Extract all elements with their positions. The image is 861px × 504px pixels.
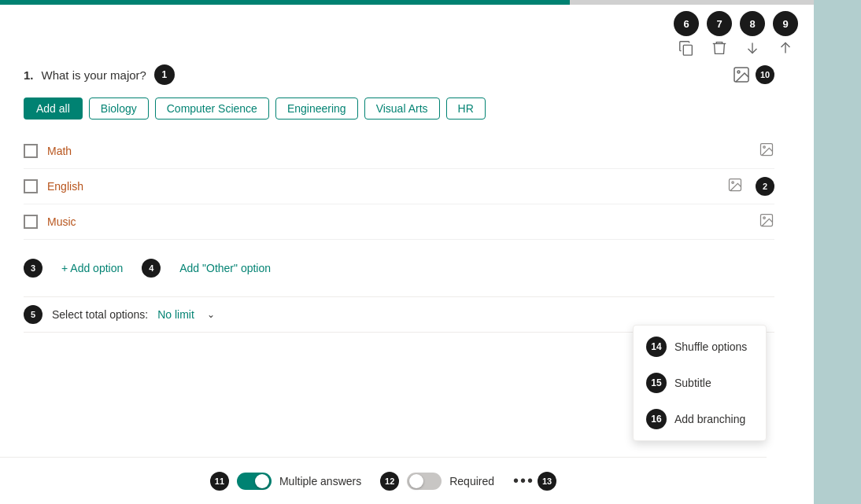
badge-2: 2 [756,177,774,196]
main-content: 6 7 8 [0,0,814,504]
category-biology[interactable]: Biology [89,97,149,120]
option-checkbox-music[interactable] [24,215,38,229]
category-row: Add all Biology Computer Science Enginee… [24,97,774,120]
add-option-button[interactable]: + Add option [61,262,123,274]
svg-point-4 [737,71,740,73]
multiple-answers-label: Multiple answers [279,475,361,487]
option-row-math: Math [24,134,774,169]
badge-3: 3 [24,259,42,278]
options-list: Math English 2 Music [24,134,774,240]
question-text: What is your major? [42,68,146,82]
select-total-label: Select total options: [52,308,148,321]
select-total-value: No limit [157,308,194,321]
multiple-answers-group: 11 Multiple answers [210,472,361,491]
badge-8: 8 [740,11,765,36]
add-other-option-button[interactable]: Add "Other" option [179,262,271,274]
copy-button[interactable] [678,39,695,57]
multiple-answers-toggle[interactable] [237,473,272,490]
more-options-button[interactable]: ••• [513,472,534,490]
tool-delete: 7 [707,11,732,57]
chevron-down-icon[interactable]: ⌄ [207,309,215,320]
option-image-math[interactable] [759,142,774,160]
badge-7: 7 [707,11,732,36]
badge-9: 9 [773,11,798,36]
category-visual-arts[interactable]: Visual Arts [364,97,440,120]
category-engineering[interactable]: Engineering [275,97,358,120]
move-down-button[interactable] [744,39,761,57]
required-toggle[interactable] [407,473,442,490]
badge-10: 10 [756,65,774,84]
option-checkbox-math[interactable] [24,144,38,158]
badge-11: 11 [210,472,229,491]
badge-1: 1 [154,64,175,85]
toolbar-area: 6 7 8 [0,5,814,57]
option-image-music[interactable] [759,212,774,231]
question-header: 1. What is your major? 1 10 [24,64,774,85]
popup-menu: 14 Shuffle options 15 Subtitle 16 Add br… [633,325,767,441]
question-number: 1. [24,68,34,82]
option-row-music: Music [24,204,774,240]
option-label-math: Math [47,145,749,157]
shuffle-options-label: Shuffle options [674,340,747,353]
option-image-english[interactable] [727,177,743,196]
category-computer-science[interactable]: Computer Science [155,97,269,120]
image-icon [732,65,751,84]
subtitle-label: Subtitle [674,377,711,389]
tool-move-up: 9 [773,11,798,57]
add-option-row: 3 + Add option 4 Add "Other" option [24,252,774,284]
svg-rect-0 [683,45,692,55]
option-label-english: English [47,180,718,193]
badge-4: 4 [142,259,161,278]
category-hr[interactable]: HR [446,97,486,120]
move-up-button[interactable] [777,39,794,57]
question-section: 1. What is your major? 1 10 Add all Biol… [0,57,814,340]
add-all-button[interactable]: Add all [24,97,83,120]
badge-12: 12 [380,472,399,491]
option-row-english: English 2 [24,169,774,204]
badge-14: 14 [646,337,667,357]
question-title-row: 1. What is your major? 1 [24,64,175,85]
tool-copy: 6 [674,11,699,57]
badge-13: 13 [538,472,556,491]
svg-point-8 [732,182,734,184]
question-actions: 10 [732,65,774,84]
badge-15: 15 [646,373,667,393]
required-label: Required [449,475,494,487]
required-group: 12 Required [380,472,494,491]
badge-16: 16 [646,409,667,429]
popup-subtitle[interactable]: 15 Subtitle [634,365,766,401]
svg-point-6 [763,146,766,149]
bottom-bar: 11 Multiple answers 12 Required ••• 13 [0,457,767,504]
popup-add-branching[interactable]: 16 Add branching [634,401,766,437]
badge-6: 6 [674,11,699,36]
badge-5: 5 [24,305,42,324]
add-branching-label: Add branching [674,413,745,425]
option-checkbox-english[interactable] [24,179,38,193]
option-label-music: Music [47,215,749,228]
right-sidebar [814,0,861,504]
delete-button[interactable] [711,39,728,57]
svg-point-10 [763,217,766,219]
tool-move-down: 8 [740,11,765,57]
popup-shuffle-options[interactable]: 14 Shuffle options [634,329,766,365]
